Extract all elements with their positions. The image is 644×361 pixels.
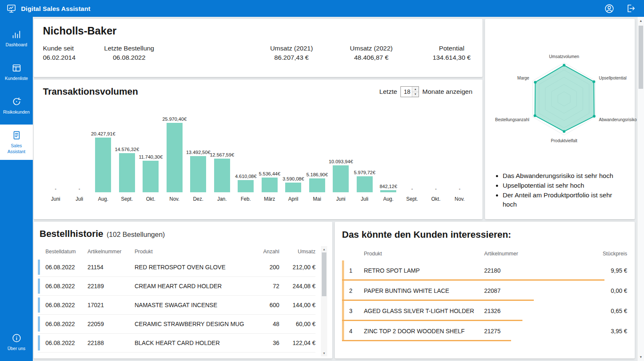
table-row[interactable]: 06.08.202222189CREAM HEART CARD HOLDER72… <box>38 277 315 296</box>
bar-group[interactable]: 13.492,50€ <box>186 150 210 192</box>
bar-group[interactable]: - <box>448 186 472 192</box>
rank: 1 <box>344 267 364 274</box>
table-row[interactable]: 06.08.202221154RED RETROSPOT OVEN GLOVE2… <box>38 258 315 277</box>
recommendation-row[interactable]: 3AGED GLASS SILVER T-LIGHT HOLDER213260,… <box>342 301 627 321</box>
bar-group[interactable]: 5.536,44€ <box>258 171 282 192</box>
bar-value-label: 5.186,90€ <box>306 172 328 177</box>
row-accent <box>38 297 45 313</box>
bar[interactable] <box>167 123 183 192</box>
bar-group[interactable]: 4.610,08€ <box>234 174 258 192</box>
field-potential: Potential 134.614,30 € <box>432 44 471 62</box>
sidebar-item-kundenliste[interactable]: Kundenliste <box>0 57 33 87</box>
order-count: (102 Bestellungen) <box>107 231 165 239</box>
bar-value-label: 10.093,94€ <box>329 159 353 164</box>
column-header-stueckpreis: Stückpreis <box>551 251 627 257</box>
svg-text:Produktvielfalt: Produktvielfalt <box>551 138 578 143</box>
bar-group[interactable]: 5.186,90€ <box>305 172 329 192</box>
recommendation-row[interactable]: 4ZINC TOP 2 DOOR WOODEN SHELF212753,95 € <box>342 321 627 341</box>
article-number: 22087 <box>484 287 551 294</box>
bar[interactable] <box>119 153 135 192</box>
rank: 3 <box>344 308 364 314</box>
table-row[interactable]: 06.08.202222059CERAMIC STRAWBERRY DESIGN… <box>38 315 315 334</box>
quantity: 48 <box>252 321 279 327</box>
bar-group[interactable]: 842,12€ <box>376 184 400 192</box>
bar[interactable] <box>380 190 396 192</box>
field-label: Umsatz (2021) <box>270 44 313 53</box>
product-name: ZINC TOP 2 DOOR WOODEN SHELF <box>364 328 484 334</box>
order-history-title: Bestellhistorie <box>40 228 103 239</box>
scroll-down-icon[interactable]: ▼ <box>639 353 642 361</box>
bar[interactable] <box>190 156 206 192</box>
bar-group[interactable]: - <box>424 186 448 192</box>
bar-group[interactable]: 12.567,59€ <box>210 152 234 192</box>
bar-month-label: Juli <box>353 196 377 202</box>
product-name: RED RETROSPOT OVEN GLOVE <box>135 264 252 271</box>
revenue: 244,08 € <box>279 283 315 289</box>
field-value: 06.08.2022 <box>113 54 146 61</box>
bar-month-label: Aug. <box>91 196 115 202</box>
scrollbar-thumb[interactable] <box>322 252 326 296</box>
months-input[interactable]: 18 ▲▼ <box>400 86 419 97</box>
bar[interactable] <box>357 176 373 192</box>
bar[interactable] <box>95 138 111 192</box>
spinner-down-icon[interactable]: ▼ <box>412 92 419 97</box>
insight-item: Das Abwanderungsrisiko ist sehr hoch <box>503 171 627 180</box>
page-scrollbar[interactable]: ▲ ▼ <box>637 17 644 361</box>
sidebar-item-label: Kundenliste <box>5 76 28 81</box>
bar-group[interactable]: - <box>68 186 92 192</box>
bar-month-label: April <box>281 196 305 202</box>
bar-group[interactable]: 11.740,30€ <box>139 154 163 192</box>
product-name: CERAMIC STRAWBERRY DESIGN MUG <box>135 321 252 327</box>
spinner-up-icon[interactable]: ▲ <box>412 87 419 92</box>
scroll-down-icon[interactable]: ▼ <box>323 350 326 356</box>
bar-group[interactable]: 5.979,72€ <box>353 170 377 192</box>
bar-value-label: 3.590,08€ <box>283 176 304 181</box>
history-table-scrollbar[interactable]: ▲ ▼ <box>321 246 327 356</box>
account-icon[interactable] <box>604 3 615 14</box>
recommendation-row[interactable]: 2PAPER BUNTING WHITE LACE220870,00 € <box>342 281 627 301</box>
bar[interactable] <box>309 178 325 192</box>
sidebar-item-ueber-uns[interactable]: Über uns <box>0 327 33 357</box>
bar-group[interactable]: 14.576,32€ <box>115 147 139 192</box>
recommendation-row[interactable]: 1RETRO SPOT LAMP221809,95 € <box>342 260 627 281</box>
bar-value-label: 4.610,08€ <box>235 174 257 179</box>
bar[interactable] <box>285 183 301 192</box>
bar-group[interactable]: - <box>400 186 424 192</box>
bar-month-label: Mai <box>305 196 329 202</box>
sidebar-item-dashboard[interactable]: Dashboard <box>0 24 33 53</box>
scroll-up-icon[interactable]: ▲ <box>323 246 326 252</box>
bar[interactable] <box>143 161 159 192</box>
quantity: 200 <box>252 264 279 271</box>
table-row[interactable]: 06.08.202217021NAMASTE SWAGAT INCENSE600… <box>38 296 315 315</box>
table-row[interactable]: 06.08.202222188BLACK HEART CARD HOLDER36… <box>38 334 315 353</box>
bar-month-label: Okt. <box>139 196 163 202</box>
logout-icon[interactable] <box>625 3 636 13</box>
svg-text:Upsellpotential: Upsellpotential <box>599 76 627 80</box>
bar-group[interactable]: 25.970,40€ <box>163 117 187 192</box>
column-header-artikelnummer: Artikelnummer <box>484 251 551 257</box>
scrollbar-thumb[interactable] <box>639 26 643 89</box>
bar-group[interactable]: - <box>44 186 68 192</box>
article-number: 21326 <box>484 308 551 314</box>
bar[interactable] <box>262 178 278 192</box>
article-number: 21275 <box>484 328 551 334</box>
column-header-artikelnummer: Artikelnummer <box>87 249 135 255</box>
bar-group[interactable]: 3.590,08€ <box>281 176 305 192</box>
bar-group[interactable]: 10.093,94€ <box>329 159 353 192</box>
field-umsatz-2021: Umsatz (2021) 86.207,43 € <box>270 44 313 62</box>
row-accent <box>38 260 45 275</box>
bar-value-label: - <box>55 186 56 191</box>
sidebar-item-risikokunden[interactable]: Risikokunden <box>0 91 33 120</box>
unit-price: 3,95 € <box>551 328 627 334</box>
bar[interactable] <box>214 159 230 192</box>
bar-value-label: - <box>459 186 461 191</box>
bar[interactable] <box>333 165 349 192</box>
bar-month-label: Sept. <box>115 196 139 202</box>
bar[interactable] <box>238 180 254 192</box>
revenue: 122,04 € <box>279 340 315 346</box>
bar-group[interactable]: 20.427,91€ <box>91 131 115 192</box>
unit-price: 0,65 € <box>551 308 627 314</box>
scroll-up-icon[interactable]: ▲ <box>639 17 642 25</box>
sidebar-item-label: Über uns <box>8 346 26 351</box>
sidebar-item-sales-assistant[interactable]: Sales Assistant <box>0 125 33 159</box>
